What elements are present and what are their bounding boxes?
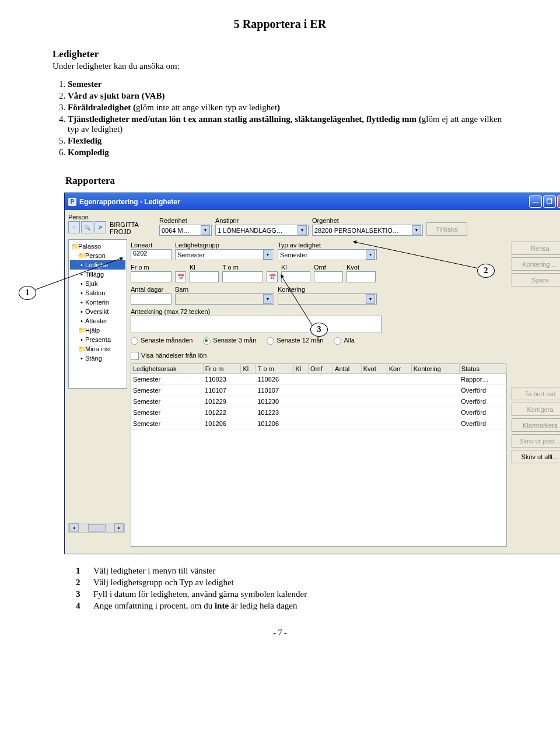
ledigheter-grid[interactable]: Ledighetsorsak Fr o m Kl T o m Kl Omf An… — [131, 363, 507, 429]
col-header[interactable]: Korr — [387, 363, 411, 373]
tree-item[interactable]: •Konterin — [70, 298, 125, 307]
kvot-label: Kvot — [346, 264, 376, 271]
next-button[interactable]: > — [94, 221, 106, 233]
chevron-down-icon: ▾ — [263, 294, 272, 304]
anstlpnr-label: Anstlpnr — [215, 217, 309, 224]
orgenhet-select[interactable]: 28200 PERSONALSEKTIO…▾ — [312, 225, 423, 236]
antaldagar-input[interactable] — [131, 293, 172, 305]
tree-label: Översikt — [85, 308, 108, 315]
nav-tree[interactable]: 📁Palasso 📁Person •Ledighe •Tillägg •Sjuk… — [68, 239, 127, 389]
kl-input[interactable] — [190, 271, 219, 282]
omf-label: Omf — [314, 264, 343, 271]
radio-label: Senaste månaden — [141, 337, 192, 344]
spara-button[interactable]: Spara — [512, 273, 560, 286]
step-num: 4 — [76, 601, 85, 611]
tree-item[interactable]: •Sjuk — [70, 279, 125, 288]
col-header[interactable]: Kvot — [361, 363, 387, 373]
skrivpost-button[interactable]: Skriv ut post… — [512, 434, 560, 448]
col-header[interactable]: Fr o m — [203, 363, 241, 373]
col-header[interactable]: Omf — [308, 363, 332, 373]
ledgrupp-select[interactable]: Semester▾ — [175, 249, 274, 260]
visa-checkbox[interactable]: Visa händelser från lön — [131, 352, 507, 360]
tillbaka-button[interactable]: Tillbaka — [426, 222, 467, 236]
doc-title: 5 Rapportera i ER — [52, 18, 508, 31]
tree-item[interactable]: •Saldon — [70, 288, 125, 298]
tree-item-selected[interactable]: •Ledighe — [70, 260, 125, 270]
radio-senaste-12[interactable]: Senaste 12 mån — [267, 337, 323, 345]
close-icon[interactable]: ✕ — [557, 195, 560, 208]
search-icon[interactable]: 🔍 — [81, 221, 93, 233]
table-cell: 101206 — [203, 418, 241, 429]
table-cell — [387, 407, 411, 418]
tree-item[interactable]: •Översikt — [70, 307, 125, 316]
scroll-right-icon[interactable]: ▸ — [114, 523, 124, 532]
kvot-input[interactable] — [346, 271, 376, 282]
tom-input[interactable] — [222, 271, 263, 282]
table-cell — [361, 418, 387, 429]
radio-senaste-3[interactable]: Senaste 3 mån — [203, 337, 256, 345]
typ-select[interactable]: Semester▾ — [278, 249, 377, 260]
kontering-label: Kontering — [278, 286, 377, 293]
klarmarkera-button[interactable]: Klarmarkera — [512, 418, 560, 432]
orgenhet-value: 28200 PERSONALSEKTIO… — [314, 227, 399, 234]
table-row[interactable]: Semester110107110107Överförd — [131, 385, 507, 396]
korrigera-button[interactable]: Korrigera — [512, 403, 560, 416]
col-header[interactable]: Antal — [333, 363, 362, 373]
prev-button[interactable]: < — [68, 221, 80, 233]
skrivallt-button[interactable]: Skriv ut allt… — [512, 450, 560, 463]
col-header[interactable]: T o m — [256, 363, 293, 373]
table-cell — [308, 373, 332, 385]
table-row[interactable]: Semester110823110826Rappor… — [131, 373, 507, 385]
tree-item[interactable]: 📁Palasso — [70, 242, 125, 251]
step-text: Välj ledighetsgrupp och Typ av ledighet — [93, 578, 234, 588]
tree-label: Attester — [85, 317, 107, 324]
table-cell — [308, 385, 332, 396]
anteckning-input[interactable] — [131, 316, 382, 333]
barn-select: ▾ — [175, 293, 274, 305]
kl2-input[interactable] — [281, 271, 310, 282]
scroll-left-icon[interactable]: ◂ — [69, 523, 79, 532]
scrollbar-horizontal[interactable]: ◂ ▸ — [68, 523, 125, 533]
table-row[interactable]: Semester101222101223Överförd — [131, 407, 507, 418]
table-cell — [241, 407, 256, 418]
chevron-down-icon: ▾ — [263, 250, 272, 260]
redenhet-select[interactable]: 0064 M…▾ — [159, 225, 212, 236]
minimize-icon[interactable]: — — [529, 195, 542, 208]
kontering-button[interactable]: Kontering … — [512, 257, 560, 271]
table-row[interactable]: Semester101206101206Överförd — [131, 418, 507, 429]
tree-item[interactable]: •Presenta — [70, 335, 125, 344]
maximize-icon[interactable]: ❐ — [543, 195, 556, 208]
page-number: - 7 - — [52, 628, 508, 638]
tree-item[interactable]: •Attester — [70, 316, 125, 326]
col-header[interactable]: Kontering — [411, 363, 459, 373]
chevron-down-icon: ▾ — [298, 225, 307, 235]
calendar-icon[interactable]: 📅 — [175, 271, 186, 282]
radio-alla[interactable]: Alla — [334, 337, 354, 345]
omf-input[interactable] — [314, 271, 343, 282]
table-cell: 101206 — [256, 418, 293, 429]
table-cell — [387, 396, 411, 407]
table-cell: Semester — [131, 418, 204, 429]
table-cell: Semester — [131, 373, 204, 385]
from-input[interactable] — [131, 271, 172, 282]
table-cell: 101223 — [256, 407, 293, 418]
col-header[interactable]: Kl — [241, 363, 256, 373]
tree-item[interactable]: 📁Mina inst — [70, 344, 125, 354]
scroll-thumb[interactable] — [88, 524, 106, 532]
col-header[interactable]: Ledighetsorsak — [131, 363, 204, 373]
tree-item[interactable]: 📁Hjälp — [70, 326, 125, 335]
tabort-button[interactable]: Ta bort rad — [512, 387, 560, 400]
table-cell: Rappor… — [459, 373, 506, 385]
radio-senaste-manaden[interactable]: Senaste månaden — [131, 337, 192, 345]
table-row[interactable]: Semester101229101230Överförd — [131, 396, 507, 407]
col-header[interactable]: Status — [459, 363, 506, 373]
table-cell — [411, 396, 459, 407]
tree-item[interactable]: •Stäng — [70, 354, 125, 363]
table-cell — [293, 396, 308, 407]
calendar-icon[interactable]: 📅 — [267, 271, 278, 282]
anstlpnr-value: 1 LÖNEHANDLÄGG… — [218, 227, 283, 234]
rensa-button[interactable]: Rensa — [512, 242, 560, 255]
anstlpnr-select[interactable]: 1 LÖNEHANDLÄGG…▾ — [215, 225, 309, 236]
loneart-input[interactable]: 6202 — [131, 249, 172, 260]
col-header[interactable]: Kl — [293, 363, 308, 373]
